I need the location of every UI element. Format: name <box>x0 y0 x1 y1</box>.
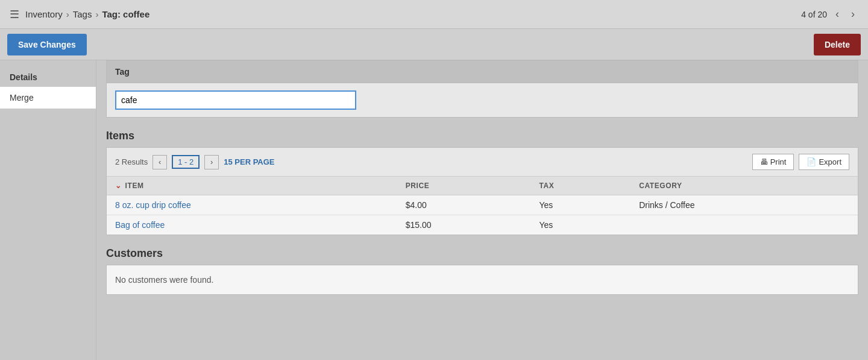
item-name-cell: Bag of coffee <box>107 215 397 235</box>
delete-button[interactable]: Delete <box>814 34 861 55</box>
items-card: 2 Results ‹ 1 - 2 › 15 PER PAGE 🖶 Print … <box>106 147 858 235</box>
top-bar: ☰ Inventory › Tags › Tag: coffee 4 of 20… <box>0 0 868 29</box>
tag-section-header: Tag <box>107 61 858 83</box>
pagination-range: 1 - 2 <box>172 155 200 169</box>
breadcrumb-current: Tag: coffee <box>102 9 149 19</box>
no-customers-text: No customers were found. <box>115 275 213 285</box>
item-price-cell: $15.00 <box>397 215 531 235</box>
item-link[interactable]: Bag of coffee <box>115 220 165 230</box>
breadcrumb-sep2: › <box>95 9 98 19</box>
items-toolbar-left: 2 Results ‹ 1 - 2 › 15 PER PAGE <box>115 155 275 169</box>
results-count: 2 Results <box>115 157 148 166</box>
items-section-title: Items <box>106 130 858 142</box>
next-page-button[interactable]: › <box>848 7 858 22</box>
breadcrumb: ☰ Inventory › Tags › Tag: coffee <box>10 8 149 21</box>
export-button[interactable]: 📄 Export <box>799 154 849 170</box>
items-toolbar-right: 🖶 Print 📄 Export <box>752 154 849 170</box>
print-icon: 🖶 <box>760 157 768 166</box>
action-bar: Save Changes Delete <box>0 29 868 60</box>
col-price: PRICE <box>397 177 531 195</box>
col-item[interactable]: ⌄ ITEM <box>107 177 397 195</box>
tag-section: Tag <box>106 60 858 118</box>
item-category-cell: Drinks / Coffee <box>631 195 858 215</box>
tag-input[interactable] <box>115 90 356 110</box>
page-counter: 4 of 20 <box>801 10 827 19</box>
save-button[interactable]: Save Changes <box>7 34 87 55</box>
item-link[interactable]: 8 oz. cup drip coffee <box>115 200 191 210</box>
customers-section-title: Customers <box>106 247 858 260</box>
prev-items-button[interactable]: ‹ <box>153 155 167 169</box>
tag-section-body <box>107 83 858 117</box>
sidebar: Details Merge <box>0 60 96 360</box>
item-tax-cell: Yes <box>530 215 631 235</box>
col-tax: TAX <box>530 177 631 195</box>
pagination-nav: 4 of 20 ‹ › <box>801 7 858 22</box>
items-section: Items 2 Results ‹ 1 - 2 › 15 PER PAGE 🖶 <box>106 130 858 235</box>
prev-page-button[interactable]: ‹ <box>832 7 843 22</box>
print-label: Print <box>770 157 787 166</box>
content-area: Tag Items 2 Results ‹ 1 - 2 › 15 PER PA <box>96 60 868 360</box>
per-page-link[interactable]: 15 PER PAGE <box>224 157 274 166</box>
customers-card: No customers were found. <box>106 265 858 295</box>
items-table: ⌄ ITEM PRICE TAX CATEGORY <box>107 177 858 235</box>
table-row: Bag of coffee $15.00 Yes <box>107 215 858 235</box>
item-price-cell: $4.00 <box>397 195 531 215</box>
next-items-button[interactable]: › <box>204 155 219 169</box>
sort-indicator: ⌄ <box>115 182 122 190</box>
items-toolbar: 2 Results ‹ 1 - 2 › 15 PER PAGE 🖶 Print … <box>107 148 858 177</box>
col-category: CATEGORY <box>631 177 858 195</box>
sidebar-item-merge[interactable]: Merge <box>0 87 96 109</box>
sidebar-section-title: Details <box>0 68 96 87</box>
breadcrumb-tags[interactable]: Tags <box>73 9 92 19</box>
export-label: Export <box>819 157 841 166</box>
item-name-cell: 8 oz. cup drip coffee <box>107 195 397 215</box>
table-header-row: ⌄ ITEM PRICE TAX CATEGORY <box>107 177 858 195</box>
breadcrumb-sep1: › <box>66 9 69 19</box>
menu-icon: ☰ <box>10 8 19 21</box>
breadcrumb-inventory[interactable]: Inventory <box>25 9 63 19</box>
table-row: 8 oz. cup drip coffee $4.00 Yes Drinks /… <box>107 195 858 215</box>
item-category-cell <box>631 215 858 235</box>
tag-input-row <box>115 90 849 110</box>
export-icon: 📄 <box>807 157 816 166</box>
main-layout: Details Merge Tag Items 2 Results <box>0 60 868 360</box>
customers-section: Customers No customers were found. <box>106 247 858 295</box>
print-button[interactable]: 🖶 Print <box>752 154 794 170</box>
item-tax-cell: Yes <box>530 195 631 215</box>
